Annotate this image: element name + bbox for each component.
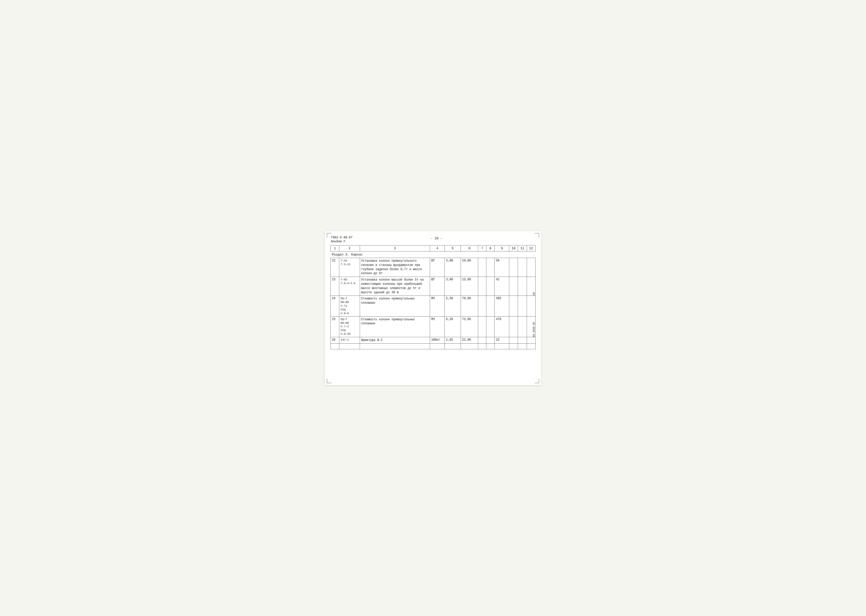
row-unit-22: ШТ: [430, 258, 445, 277]
row-val12-24: [527, 296, 535, 316]
doc-id: Г901-5-40.87: [331, 236, 352, 240]
rotated-label-ko: КО 3335-50: [533, 317, 535, 337]
row-val6-24: 70,80: [461, 296, 478, 316]
row-val11-23: [518, 277, 527, 296]
empty-12: [527, 343, 535, 349]
row-val8-22: [487, 258, 494, 277]
table-row: 25 Пр–Т06–08п.7–IССЦп.9–IO Стоимость кол…: [331, 316, 535, 337]
row-val9-22: 58: [494, 258, 509, 277]
col-header-9: 9: [494, 245, 509, 251]
row-num-24: 24: [331, 296, 339, 316]
row-desc-25: Стоимость колонн прямоугольных сплошных: [360, 316, 430, 337]
empty-4: [430, 343, 445, 349]
row-val7-26: [478, 337, 487, 343]
row-val7-24: [478, 296, 487, 316]
table-row: 22 7–427.3–12 Установка колонн прямоугол…: [331, 258, 535, 277]
row-val11-24: [518, 296, 527, 316]
row-unit-26: 100кг: [430, 337, 445, 343]
row-val8-26: [487, 337, 494, 343]
row-ref-25: Пр–Т06–08п.7–IССЦп.9–IO: [339, 316, 360, 337]
row-val5-25: 6,36: [444, 316, 461, 337]
col-header-1: 1: [331, 245, 339, 251]
page-inner: 1 2 3 4 5 6 7 8 9 10 11 12 Раздел 3. Ка: [331, 245, 535, 349]
empty-10: [509, 343, 518, 349]
row-ref-23: 7–827.6–4–I.8: [339, 277, 360, 296]
row-val9-24: 395: [494, 296, 509, 316]
corner-mark-tl: [327, 233, 331, 237]
row-val7-22: [478, 258, 487, 277]
row-num-22: 22: [331, 258, 339, 277]
row-val6-25: 73,90: [461, 316, 478, 337]
col-header-12: 12: [527, 245, 535, 251]
col-header-5: 5: [444, 245, 461, 251]
empty-7: [478, 343, 487, 349]
empty-8: [487, 343, 494, 349]
empty-9: [494, 343, 509, 349]
corner-mark-tr: [535, 233, 539, 237]
row-unit-23: ШТ: [430, 277, 445, 296]
row-val8-23: [487, 277, 494, 296]
row-val5-23: 3,00: [444, 277, 461, 296]
empty-6: [461, 343, 478, 349]
row-val6-23: 13,80: [461, 277, 478, 296]
row-val8-24: [487, 296, 494, 316]
row-val10-23: [509, 277, 518, 296]
row-ref-24: Пр–Т06–08п.71ССЦп.9–6: [339, 296, 360, 316]
row-desc-24: Стоимость колонн прямоугольных сплошных: [360, 296, 430, 316]
row-val11-26: [518, 337, 527, 343]
empty-3: [360, 343, 430, 349]
row-val11-25: [518, 316, 527, 337]
row-ref-26: I47–I: [339, 337, 360, 343]
col-header-2: 2: [339, 245, 360, 251]
main-table: 1 2 3 4 5 6 7 8 9 10 11 12 Раздел 3. Ка: [331, 245, 535, 349]
corner-mark-br: [535, 379, 539, 383]
table-header-row: 1 2 3 4 5 6 7 8 9 10 11 12: [331, 245, 535, 251]
row-val11-22: [518, 258, 527, 277]
row-unit-25: М3: [430, 316, 445, 337]
row-num-23: 23: [331, 277, 339, 296]
empty-11: [518, 343, 527, 349]
row-desc-23: Установка колонн массой более 5т на ниже…: [360, 277, 430, 296]
row-unit-24: М3: [430, 296, 445, 316]
empty-1: [331, 343, 339, 349]
col-header-3: 3: [360, 245, 430, 251]
empty-2: [339, 343, 360, 349]
row-val10-22: [509, 258, 518, 277]
section-header-row: Раздел 3. Каркас: [331, 251, 535, 258]
section-title: Раздел 3. Каркас: [331, 251, 535, 258]
row-val7-23: [478, 277, 487, 296]
row-val5-22: 3,00: [444, 258, 461, 277]
table-row: 26 I47–I Арматура А–I 100кг 1,02 22,90 2…: [331, 337, 535, 343]
row-val9-25: 470: [494, 316, 509, 337]
row-val12-26: [527, 337, 535, 343]
row-val12-25: КО 3335-50: [527, 316, 535, 337]
row-val9-26: 23: [494, 337, 509, 343]
row-num-26: 26: [331, 337, 339, 343]
row-val6-22: 19,00: [461, 258, 478, 277]
row-val7-25: [478, 316, 487, 337]
col-header-6: 6: [461, 245, 478, 251]
row-ref-22: 7–427.3–12: [339, 258, 360, 277]
row-val6-26: 22,90: [461, 337, 478, 343]
row-val9-23: 41: [494, 277, 509, 296]
row-val8-25: [487, 316, 494, 337]
row-val5-24: 5,58: [444, 296, 461, 316]
table-row: 23 7–827.6–4–I.8 Установка колонн массой…: [331, 277, 535, 296]
row-val10-26: [509, 337, 518, 343]
doc-id-block: Г901-5-40.87 Альбом У: [331, 236, 352, 244]
corner-mark-bl: [327, 379, 331, 383]
col-header-10: 10: [509, 245, 518, 251]
row-num-25: 25: [331, 316, 339, 337]
rotated-label-20: 20: [532, 277, 535, 295]
table-row-empty: [331, 343, 535, 349]
col-header-8: 8: [487, 245, 494, 251]
row-val5-26: 1,02: [444, 337, 461, 343]
row-val12-22: [527, 258, 535, 277]
album-label: Альбом У: [331, 240, 352, 244]
row-val12-23: 20: [527, 277, 535, 296]
col-header-11: 11: [518, 245, 527, 251]
row-desc-22: Установка колонн прямоугольного сечения …: [360, 258, 430, 277]
row-val10-24: [509, 296, 518, 316]
empty-5: [444, 343, 461, 349]
col-header-4: 4: [430, 245, 445, 251]
